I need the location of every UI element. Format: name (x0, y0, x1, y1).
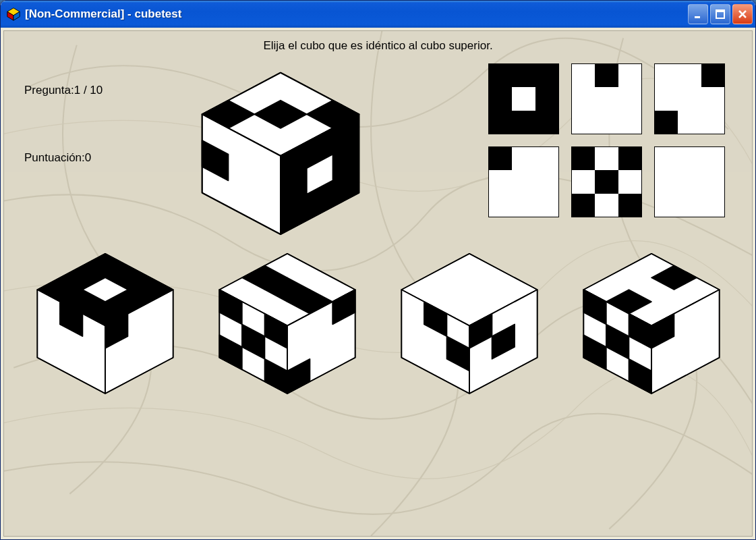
score-label: Puntuación:0 (24, 151, 173, 165)
option-cube-a (24, 246, 186, 398)
reference-cube (186, 63, 375, 239)
svg-rect-3 (695, 16, 700, 18)
face-black-center-white (488, 63, 559, 134)
client-area: Elija el cubo que es idéntico al cubo su… (3, 30, 753, 537)
minimize-button[interactable] (688, 4, 708, 24)
face-top-black-notch (571, 63, 642, 134)
app-icon (6, 7, 21, 22)
face-checker (571, 146, 642, 217)
face-diag-two (654, 63, 725, 134)
face-single-tl (488, 146, 559, 217)
instruction-text: Elija el cubo que es idéntico al cubo su… (4, 31, 752, 57)
option-cube-c (388, 246, 550, 398)
option-cube-b (206, 246, 368, 398)
maximize-button[interactable] (710, 4, 730, 24)
app-window: [Non-Commercial] - cubetest (0, 0, 756, 540)
face-key-grid (388, 63, 732, 239)
question-counter: Pregunta:1 / 10 (24, 84, 173, 97)
face-blank (654, 146, 725, 217)
svg-rect-5 (716, 10, 724, 12)
window-title: [Non-Commercial] - cubetest (25, 7, 688, 21)
close-button[interactable] (732, 4, 753, 24)
titlebar[interactable]: [Non-Commercial] - cubetest (1, 1, 755, 28)
option-cube-d (571, 246, 732, 398)
